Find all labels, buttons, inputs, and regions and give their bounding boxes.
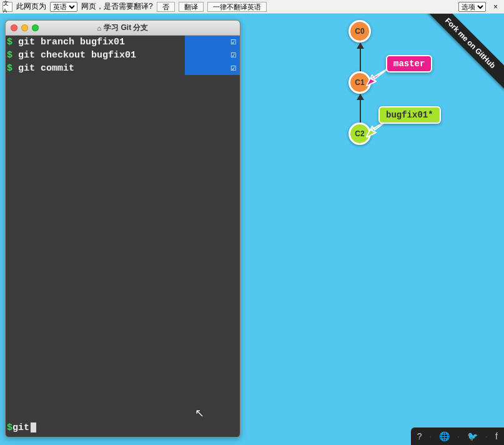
translate-icon: 文A [2, 2, 12, 12]
home-icon: ⌂ [97, 24, 102, 32]
fork-ribbon[interactable]: Fork me on GitHub [410, 14, 504, 108]
command-text: git branch bugfix01 [12, 37, 125, 48]
help-icon[interactable]: ? [417, 431, 422, 441]
command-text: git checkout bugfix01 [12, 50, 136, 61]
translate-button[interactable]: 翻译 [179, 2, 204, 12]
window-title: 学习 Git 分支 [104, 22, 148, 33]
check-icon: ☑ [185, 62, 240, 75]
branch-label-bugfix01[interactable]: bugfix01* [378, 106, 441, 124]
prompt-icon: $ [7, 63, 12, 74]
edge-c2-c1 [360, 94, 361, 122]
window-close-icon[interactable] [11, 24, 17, 31]
history-command: $ git commit [6, 63, 185, 74]
terminal-body[interactable]: $ git branch bugfix01☑$ git checkout bug… [6, 36, 240, 437]
prompt-icon: $ [7, 422, 12, 433]
canvas: ⌂学习 Git 分支 $ git branch bugfix01☑$ git c… [0, 14, 504, 445]
window-max-icon[interactable] [32, 24, 39, 31]
titlebar[interactable]: ⌂学习 Git 分支 [6, 21, 240, 36]
history-row[interactable]: $ git branch bugfix01☑ [6, 36, 240, 49]
window-min-icon[interactable] [21, 24, 28, 31]
history-command: $ git branch bugfix01 [6, 37, 185, 48]
footer-bar: ? · 🌐 · 🐦 · f [411, 428, 504, 445]
prompt-icon: $ [7, 50, 12, 61]
never-button[interactable]: 一律不翻译英语 [207, 2, 267, 12]
no-button[interactable]: 否 [157, 2, 175, 12]
terminal-window: ⌂学习 Git 分支 $ git branch bugfix01☑$ git c… [5, 20, 240, 438]
check-icon: ☑ [185, 36, 240, 49]
translate-question: 网页，是否需要翻译? [81, 1, 153, 12]
globe-icon[interactable]: 🌐 [439, 431, 450, 441]
commit-node-c0[interactable]: C0 [348, 20, 371, 42]
fork-ribbon-label: Fork me on GitHub [416, 14, 504, 98]
terminal-input-value: git [12, 422, 29, 433]
twitter-icon[interactable]: 🐦 [467, 431, 478, 441]
options-select[interactable]: 选项 [458, 2, 486, 12]
check-icon: ☑ [185, 49, 240, 62]
prompt-icon: $ [7, 37, 12, 48]
command-text: git commit [12, 63, 74, 74]
history-command: $ git checkout bugfix01 [6, 50, 185, 61]
cursor-icon [31, 422, 36, 432]
history-row[interactable]: $ git commit☑ [6, 62, 240, 75]
terminal-input-row[interactable]: $git [7, 421, 239, 434]
history-row[interactable]: $ git checkout bugfix01☑ [6, 49, 240, 62]
close-icon[interactable]: × [490, 2, 502, 11]
facebook-icon[interactable]: f [495, 431, 498, 441]
lang-select[interactable]: 英语 [50, 2, 77, 12]
edge-c1-c0 [360, 42, 361, 71]
translate-bar: 文A 此网页为 英语 网页，是否需要翻译? 否 翻译 一律不翻译英语 选项 × [0, 0, 504, 14]
translate-label: 此网页为 [16, 1, 46, 12]
